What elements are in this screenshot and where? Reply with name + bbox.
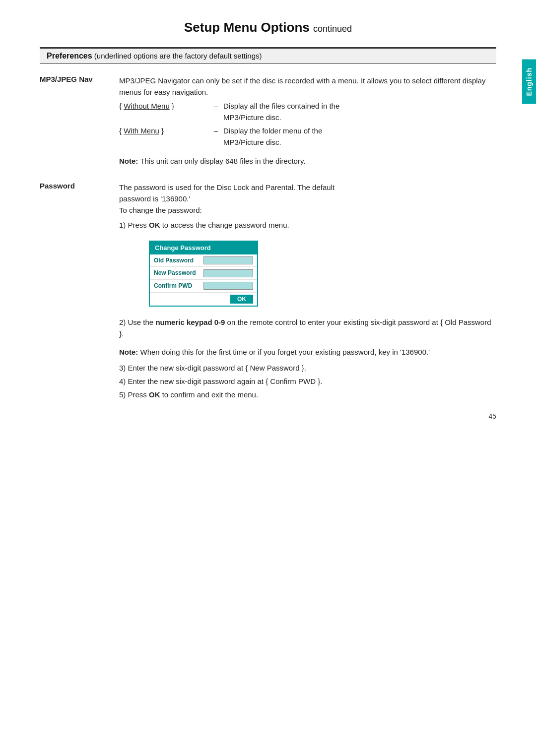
page-container: English Setup Menu Options continued Pre… (0, 0, 536, 435)
password-note-text: When doing this for the first time or if… (138, 348, 430, 356)
confirm-pwd-row: Confirm PWD (150, 280, 257, 293)
confirm-pwd-label: Confirm PWD (154, 281, 203, 291)
step3: 3) Enter the new six-digit password at {… (119, 362, 496, 374)
option-without-menu-label: { Without Menu } (119, 100, 208, 112)
mp3-note-bold: Note: (119, 157, 138, 165)
preferences-header: Preferences (underlined options are the … (40, 49, 496, 63)
option-with-menu: { With Menu } – Display the folder menu … (119, 125, 496, 148)
password-section: Password The password is used for the Di… (40, 182, 496, 401)
new-password-row: New Password (150, 267, 257, 280)
change-password-dialog: Change Password Old Password New Passwor… (149, 241, 258, 307)
page-title-continued: continued (313, 24, 352, 34)
option2-dash: – (208, 125, 223, 136)
with-menu-text: With Menu (124, 126, 159, 135)
step5: 5) Press OK to confirm and exit the menu… (119, 389, 496, 400)
password-content: The password is used for the Disc Lock a… (119, 182, 496, 401)
preferences-label: Preferences (47, 52, 92, 60)
option2-desc: Display the folder menu of the MP3/Pictu… (223, 125, 496, 148)
new-password-label: New Password (154, 268, 203, 278)
old-password-row: Old Password (150, 254, 257, 267)
password-label: Password (40, 182, 119, 190)
mp3-note: Note: This unit can only display 648 fil… (119, 155, 496, 167)
option1-dash: – (208, 100, 223, 112)
change-password-dialog-wrapper: Change Password Old Password New Passwor… (149, 235, 496, 313)
password-intro: The password is used for the Disc Lock a… (119, 182, 496, 216)
ok-button[interactable]: OK (230, 295, 253, 304)
option-with-menu-label: { With Menu } (119, 125, 208, 136)
step1: 1) Press OK to access the change passwor… (119, 219, 496, 231)
old-password-label: Old Password (154, 256, 203, 265)
password-note-bold: Note: (119, 348, 138, 356)
content-area: MP3/JPEG Nav MP3/JPEG Navigator can only… (40, 75, 496, 400)
bottom-divider (40, 63, 496, 64)
step4: 4) Enter the new six-digit password agai… (119, 376, 496, 387)
new-password-input[interactable] (203, 269, 253, 277)
mp3-jpeg-content: MP3/JPEG Navigator can only be set if th… (119, 75, 496, 167)
ok-button-row: OK (150, 293, 257, 306)
mp3-jpeg-intro: MP3/JPEG Navigator can only be set if th… (119, 75, 496, 98)
confirm-pwd-input[interactable] (203, 282, 253, 290)
step2: 2) Use the numeric keypad 0-9 on the rem… (119, 316, 496, 340)
preferences-subtext: (underlined options are the factory defa… (94, 52, 262, 60)
old-password-input[interactable] (203, 256, 253, 264)
mp3-jpeg-section: MP3/JPEG Nav MP3/JPEG Navigator can only… (40, 75, 496, 167)
mp3-jpeg-label: MP3/JPEG Nav (40, 75, 119, 83)
mp3-note-text: This unit can only display 648 files in … (140, 157, 305, 165)
change-password-title: Change Password (150, 242, 257, 254)
option-without-menu: { Without Menu } – Display all the files… (119, 100, 496, 124)
without-menu-text: Without Menu (124, 102, 170, 110)
option1-desc: Display all the files contained in the M… (223, 100, 496, 124)
page-title-main: Setup Menu Options (184, 20, 310, 35)
english-tab: English (522, 60, 536, 104)
password-note: Note: When doing this for the first time… (119, 346, 496, 358)
page-title: Setup Menu Options continued (40, 20, 496, 35)
page-number: 45 (488, 412, 496, 420)
